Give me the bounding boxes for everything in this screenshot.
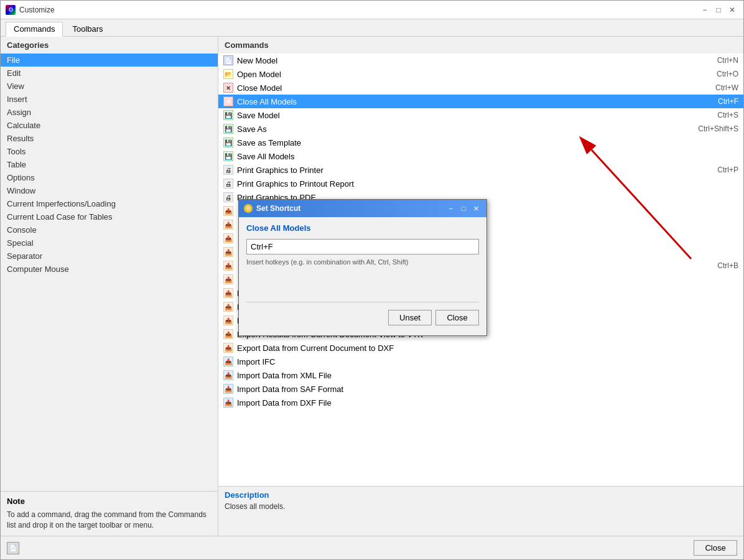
categories-header: Categories xyxy=(1,37,218,54)
dialog-close-button[interactable]: ✕ xyxy=(470,203,481,214)
list-item[interactable]: 📥 Import Data from DXF File xyxy=(218,396,743,409)
command-left: 📤 xyxy=(223,274,237,284)
command-label: Import IFC xyxy=(237,357,275,366)
command-label: Import Data from SAF Format xyxy=(237,385,343,394)
unset-button[interactable]: Unset xyxy=(388,310,432,325)
category-item-special[interactable]: Special xyxy=(1,236,218,250)
command-left: 📥 Import Data from SAF Format xyxy=(223,384,343,394)
new-model-icon: 📄 xyxy=(223,55,233,65)
category-item-view[interactable]: View xyxy=(1,80,218,93)
category-item-options[interactable]: Options xyxy=(1,171,218,184)
list-item[interactable]: 📂 Open Model Ctrl+O xyxy=(218,67,743,81)
dialog-title-controls: − □ ✕ xyxy=(445,203,481,214)
category-item-tools[interactable]: Tools xyxy=(1,145,218,158)
export-ifc-icon: 📤 xyxy=(223,288,233,298)
description-section: Description Closes all models. xyxy=(218,486,743,536)
import-ifc-icon: 📥 xyxy=(223,357,233,366)
command-left: 💾 Save All Models xyxy=(223,151,295,161)
shortcut-text: Ctrl+W xyxy=(715,83,738,92)
title-controls: − □ ✕ xyxy=(699,4,738,16)
note-title: Note xyxy=(7,497,212,506)
command-label: Save as Template xyxy=(237,138,301,147)
dialog-title-left: ⚙ Set Shortcut xyxy=(244,204,300,213)
list-item[interactable]: 📥 Import Data from XML File xyxy=(218,368,743,382)
command-left: ✕ Close Model xyxy=(223,83,282,93)
dialog-separator xyxy=(246,302,479,302)
shortcut-input[interactable] xyxy=(246,239,479,254)
dialog-title-text: Set Shortcut xyxy=(256,204,300,213)
close-button[interactable]: Close xyxy=(694,540,737,556)
bottom-bar: 📄 Close xyxy=(1,536,743,559)
command-label: Save As xyxy=(237,124,267,134)
category-item-results[interactable]: Results xyxy=(1,132,218,145)
note-text: To add a command, drag the command from … xyxy=(7,510,212,531)
export-icon-5: 📤 xyxy=(223,261,233,271)
description-title: Description xyxy=(225,490,737,500)
command-left: 💾 Save as Template xyxy=(223,138,301,147)
list-item[interactable]: 💾 Save as Template xyxy=(218,136,743,149)
list-item[interactable]: 📤 Export Data from Current Document to D… xyxy=(218,341,743,355)
command-label: Import Data from XML File xyxy=(237,371,332,380)
dialog-buttons: Unset Close xyxy=(246,306,479,329)
category-item-window[interactable]: Window xyxy=(1,184,218,197)
dialog-title-icon: ⚙ xyxy=(244,204,253,213)
tab-commands[interactable]: Commands xyxy=(6,22,63,37)
window-title: Customize xyxy=(19,6,55,14)
shortcut-text: Ctrl+S xyxy=(717,111,738,119)
save-model-icon: 💾 xyxy=(223,110,233,120)
list-item[interactable]: 📥 Import Data from SAF Format xyxy=(218,382,743,396)
list-item[interactable]: 🖨 Print Graphics to Printer Ctrl+P xyxy=(218,163,743,177)
dialog-maximize-button[interactable]: □ xyxy=(458,203,469,214)
export-gltf-icon: 📤 xyxy=(223,315,233,325)
list-item[interactable]: ✕ Close Model Ctrl+W xyxy=(218,81,743,95)
list-item-highlighted[interactable]: ✕ Close All Models Ctrl+F xyxy=(218,95,743,108)
command-label: Save Model xyxy=(237,111,280,120)
command-left: 📤 xyxy=(223,220,237,230)
command-left: 📤 xyxy=(223,233,237,243)
dialog-close-btn[interactable]: Close xyxy=(435,310,479,325)
list-item[interactable]: 💾 Save Model Ctrl+S xyxy=(218,108,743,122)
command-left: 🖨 Print Graphics to Printer xyxy=(223,165,323,175)
export-icon-3: 📤 xyxy=(223,233,233,243)
category-item-file[interactable]: File xyxy=(1,54,218,67)
close-window-button[interactable]: ✕ xyxy=(726,4,738,16)
category-item-table[interactable]: Table xyxy=(1,158,218,171)
list-item[interactable]: 💾 Save All Models xyxy=(218,149,743,163)
import-saf-icon: 📥 xyxy=(223,384,233,394)
set-shortcut-dialog: ⚙ Set Shortcut − □ ✕ Close All Models In… xyxy=(238,199,487,336)
maximize-button[interactable]: □ xyxy=(712,4,725,16)
command-left: 📤 xyxy=(223,261,237,271)
list-item[interactable]: 💾 Save As Ctrl+Shift+S xyxy=(218,122,743,136)
category-item-calculate[interactable]: Calculate xyxy=(1,119,218,132)
export-dxf-icon: 📤 xyxy=(223,343,233,353)
category-item-imperfections[interactable]: Current Imperfections/Loading xyxy=(1,197,218,210)
command-left: 📤 xyxy=(223,247,237,257)
app-icon: ⚙ xyxy=(6,5,16,15)
command-label: Save All Models xyxy=(237,152,295,161)
command-label: Open Model xyxy=(237,70,281,79)
tab-toolbars[interactable]: Toolbars xyxy=(64,22,111,36)
category-item-load-case[interactable]: Current Load Case for Tables xyxy=(1,210,218,223)
save-as-icon: 💾 xyxy=(223,124,233,134)
dialog-minimize-button[interactable]: − xyxy=(445,203,457,214)
command-label: Close All Models xyxy=(237,97,297,106)
category-item-separator[interactable]: Separator xyxy=(1,250,218,263)
category-item-assign[interactable]: Assign xyxy=(1,106,218,119)
command-label: Export Data from Current Document to DXF xyxy=(237,343,394,353)
list-item[interactable]: 📄 New Model Ctrl+N xyxy=(218,54,743,67)
command-label: New Model xyxy=(237,56,277,65)
category-item-insert[interactable]: Insert xyxy=(1,93,218,106)
note-section: Note To add a command, drag the command … xyxy=(1,491,218,536)
category-item-computer-mouse[interactable]: Computer Mouse xyxy=(1,263,218,276)
category-item-console[interactable]: Console xyxy=(1,223,218,236)
shortcut-text: Ctrl+N xyxy=(717,56,738,65)
list-item[interactable]: 🖨 Print Graphics to Printout Report xyxy=(218,177,743,190)
category-item-edit[interactable]: Edit xyxy=(1,67,218,80)
list-item[interactable]: 📥 Import IFC xyxy=(218,355,743,368)
command-label: Print Graphics to Printout Report xyxy=(237,179,354,189)
minimize-button[interactable]: − xyxy=(699,4,711,16)
tabs-bar: Commands Toolbars xyxy=(1,19,743,37)
export-vtk-icon: 📤 xyxy=(223,329,233,339)
command-left: 📂 Open Model xyxy=(223,69,281,79)
import-dxf-icon: 📥 xyxy=(223,398,233,408)
